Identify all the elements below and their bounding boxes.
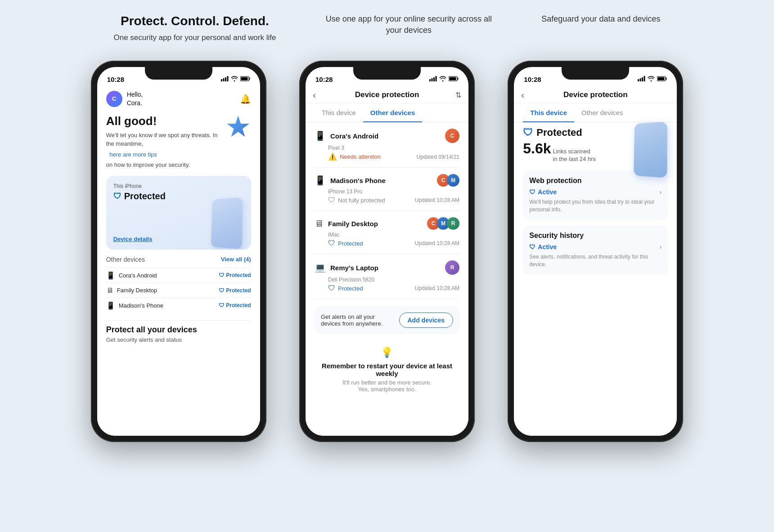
tabs-row-2: This device Other devices — [306, 103, 468, 122]
partial-shield-icon: 🛡 — [328, 196, 335, 204]
desktop-icon: 🖥 — [315, 219, 324, 229]
web-protection-title: Web protection — [529, 177, 662, 185]
chevron-right-icon: › — [660, 243, 662, 250]
device-subtitle: iMac — [315, 232, 459, 238]
phone-1-status-icons — [221, 76, 250, 83]
phone-icon: 📱 — [106, 271, 115, 280]
header-item-3: Safeguard your data and devices — [541, 13, 660, 43]
phone-icon: 📱 — [106, 301, 115, 310]
nav-title-3: Device protection — [563, 90, 628, 99]
avatar-greeting: C Hello, Cora. — [106, 90, 143, 107]
device-name: Family Desktop — [328, 220, 378, 228]
tip-desc: It'll run better and be more secure. Yes… — [315, 379, 459, 393]
shield-small-icon: 🛡 — [219, 302, 224, 308]
device-name: Remy's Laptop — [330, 264, 378, 272]
svg-rect-10 — [435, 76, 436, 81]
device-avatar: C — [445, 129, 459, 143]
sort-icon[interactable]: ⇅ — [455, 91, 461, 99]
device-status: Protected — [338, 285, 363, 292]
phone-1-content: C Hello, Cora. 🔔 ★ All good! We'll let y… — [97, 87, 260, 436]
phone-1: 10:28 C — [91, 61, 266, 442]
svg-rect-13 — [449, 77, 456, 80]
updated-time: Updated 10:28 AM — [415, 240, 459, 246]
view-all-link[interactable]: View all (4) — [221, 256, 251, 263]
shield-icon: 🛡 — [328, 239, 335, 247]
banner-text: Get alerts on all your devices from anyw… — [321, 313, 393, 327]
device-name: Family Desktop — [117, 287, 158, 294]
header-title-1: Protect. Control. Defend. — [113, 13, 276, 29]
tab-other-devices-3[interactable]: Other devices — [574, 103, 630, 122]
svg-rect-5 — [249, 77, 250, 80]
phone-3-content: ‹ Device protection This device Other de… — [514, 87, 677, 436]
web-protection-card[interactable]: Web protection 🛡 Active › We'll help pro… — [523, 170, 668, 220]
device-avatar-group: C M R — [427, 217, 459, 230]
back-button[interactable]: ‹ — [313, 90, 316, 100]
active-label: Active — [538, 188, 557, 196]
greeting-text: Hello, Cora. — [127, 90, 143, 107]
security-history-title: Security history — [529, 232, 662, 240]
security-history-active-badge: 🛡 Active — [529, 243, 557, 250]
svg-rect-3 — [227, 76, 228, 81]
phone-3-time: 10:28 — [524, 76, 541, 83]
tab-other-devices-2[interactable]: Other devices — [363, 103, 422, 122]
header-item-2: Use one app for your online security acr… — [323, 13, 494, 43]
header-title-2: Use one app for your online security acr… — [323, 13, 494, 36]
avatar: R — [447, 217, 459, 230]
svg-rect-15 — [640, 78, 641, 81]
shield-active-icon: 🛡 — [529, 243, 536, 250]
tip-title: Remember to restart your device at least… — [315, 362, 459, 377]
phone-3: 10:28 ‹ Device protectio — [508, 61, 683, 442]
add-devices-banner: Get alerts on all your devices from anyw… — [315, 306, 459, 334]
signal-icon — [221, 76, 229, 83]
device-status: Needs attention — [340, 153, 381, 160]
device-name: Cora's Android — [330, 132, 378, 140]
phone-illustration — [206, 198, 247, 247]
security-history-status-row: 🛡 Active › — [529, 243, 662, 250]
shield-icon: 🛡 — [523, 127, 533, 139]
protected-badge: 🛡 Protected — [219, 302, 251, 308]
list-item: 💻 Remy's Laptop R Dell Precision 5820 🛡 … — [315, 254, 459, 299]
battery-icon — [449, 76, 459, 83]
header-item-1: Protect. Control. Defend. One security a… — [113, 13, 276, 43]
other-devices-section: Other devices View all (4) 📱 Cora's Andr… — [106, 256, 251, 313]
svg-rect-20 — [658, 77, 665, 80]
svg-rect-16 — [642, 77, 643, 81]
device-name: Madison's Phone — [119, 302, 163, 309]
svg-rect-0 — [221, 79, 222, 81]
protected-badge: 🛡 Protected — [219, 272, 251, 278]
security-history-card[interactable]: Security history 🛡 Active › See alerts, … — [523, 225, 668, 275]
device-avatar: R — [445, 260, 459, 275]
web-protection-status-row: 🛡 Active › — [529, 188, 662, 196]
web-protection-desc: We'll help protect you from sites that t… — [529, 198, 662, 214]
svg-rect-14 — [638, 79, 639, 81]
svg-rect-7 — [429, 79, 431, 81]
all-good-section: ★ All good! We'll let you know if we spo… — [106, 114, 251, 170]
tips-link[interactable]: here are more tips — [109, 150, 157, 159]
phone-1-notch — [145, 67, 212, 80]
shield-icon: 🛡 — [113, 192, 122, 201]
tab-this-device-3[interactable]: This device — [523, 103, 574, 122]
device-subtitle: Dell Precision 5820 — [315, 277, 459, 283]
back-button[interactable]: ‹ — [521, 90, 524, 100]
protect-all-desc: Get security alerts and status — [106, 336, 251, 343]
phone-illustration-3 — [627, 122, 672, 176]
active-label: Active — [538, 243, 557, 250]
list-item: 🖥 Family Desktop C M R iMac — [315, 211, 459, 254]
phone-1-screen: 10:28 C — [97, 67, 260, 436]
add-devices-button[interactable]: Add devices — [399, 313, 453, 328]
header-subtitle-1: One security app for your personal and w… — [113, 32, 276, 43]
phone-2-content: ‹ Device protection ⇅ This device Other … — [306, 87, 468, 436]
notification-bell-icon[interactable]: 🔔 — [240, 94, 251, 104]
wifi-icon — [439, 76, 446, 83]
phone-3-screen: 10:28 ‹ Device protectio — [514, 67, 677, 436]
header-title-3: Safeguard your data and devices — [541, 13, 660, 25]
user-avatar: C — [106, 91, 122, 107]
warning-icon: ⚠️ — [328, 152, 337, 161]
nav-header-3: ‹ Device protection — [514, 87, 677, 103]
protected-badge: 🛡 Protected — [219, 287, 251, 294]
other-devices-label: Other devices — [106, 256, 145, 263]
svg-rect-19 — [666, 77, 667, 80]
greeting-row: C Hello, Cora. 🔔 — [106, 90, 251, 107]
tab-this-device-2[interactable]: This device — [315, 103, 363, 122]
signal-icon — [638, 76, 645, 83]
